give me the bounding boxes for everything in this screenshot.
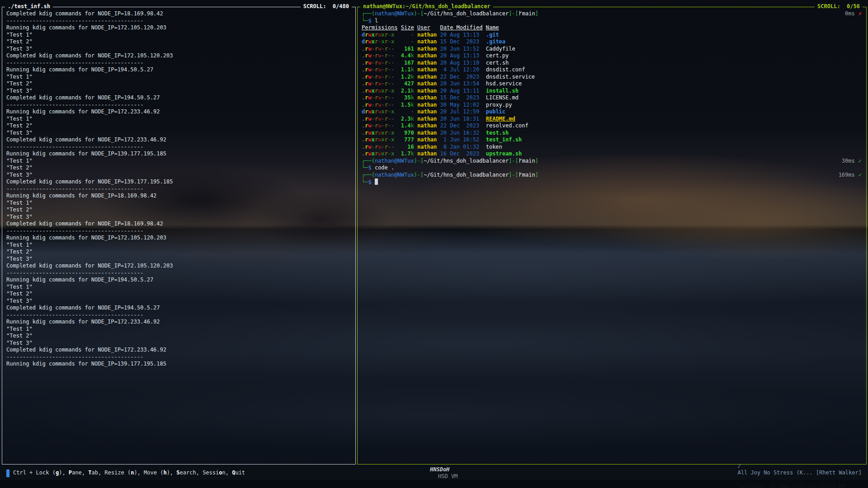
hint-text: ane, — [72, 469, 88, 476]
left-pane-output[interactable]: Completed kdig commands for NODE_IP=18.1… — [6, 10, 353, 462]
ls-file-row: .rwxrwxr-x 777 nathan 1 Jun 16:52 test_i… — [362, 136, 863, 144]
terminal-line: "Test 2" — [6, 122, 353, 130]
left-pane-scroll-indicator: SCROLL: 0/480 — [301, 3, 352, 10]
left-pane[interactable]: ./test_inf.sh SCROLL: 0/480 Completed kd… — [2, 7, 356, 465]
terminal-line: ----------------------------------------… — [6, 144, 353, 151]
file-name: upstream.sh — [486, 150, 522, 157]
terminal-line: "Test 1" — [6, 200, 353, 207]
keybinding-hints: Ctrl + Lock (g), Pane, Tab, Resize (n), … — [13, 469, 245, 477]
file-name: cert.py — [486, 52, 509, 59]
ls-file-row: .rwxrwxr-x 970 nathan 20 Jun 16:32 test.… — [362, 130, 863, 137]
terminal-line: ----------------------------------------… — [6, 18, 353, 25]
terminal-line: Running kdig commands for NODE_IP=194.50… — [6, 66, 353, 74]
terminal-line: Completed kdig commands for NODE_IP=18.1… — [6, 10, 353, 18]
terminal-line: "Test 1" — [6, 326, 353, 333]
terminal-line: ----------------------------------------… — [6, 228, 353, 235]
git-branch-icon — [519, 10, 522, 18]
terminal-line: "Test 1" — [6, 32, 353, 39]
terminal-line: Completed kdig commands for NODE_IP=172.… — [6, 263, 353, 270]
terminal-line: "Test 2" — [6, 38, 353, 46]
terminal-line: "Test 2" — [6, 206, 353, 214]
terminal-line: Running kdig commands for NODE_IP=172.10… — [6, 235, 353, 242]
terminal-line: Running kdig commands for NODE_IP=18.169… — [6, 192, 353, 200]
terminal-line: "Test 2" — [6, 164, 353, 172]
music-note-icon: ♪ — [737, 463, 741, 469]
terminal-line: Running kdig commands for NODE_IP=139.17… — [6, 150, 353, 158]
border-segment — [53, 7, 301, 7]
terminal-line: "Test 2" — [6, 249, 353, 256]
shell-command-line: └─$ l — [362, 18, 863, 25]
hint-text: Ctrl + Lock ( — [13, 469, 56, 476]
file-name: .git — [486, 32, 499, 38]
ls-file-row: .rw-rw-r-- 1.5k nathan 30 May 12:02 prox… — [362, 102, 863, 109]
status-bar: Ctrl + Lock (g), Pane, Tab, Resize (n), … — [0, 466, 868, 480]
file-name: Caddyfile — [486, 46, 515, 52]
terminal-line: "Test 1" — [6, 158, 353, 165]
ls-file-row: .rwxrwxr-x 1.7k nathan 16 Dec 2023 upstr… — [362, 150, 863, 158]
terminal-line: "Test 3" — [6, 214, 353, 221]
terminal-line: ----------------------------------------… — [6, 270, 353, 277]
left-pane-titlebar: ./test_inf.sh SCROLL: 0/480 — [2, 3, 356, 10]
file-name: hsd.service — [486, 80, 522, 87]
git-branch-icon — [519, 158, 522, 165]
terminal-cursor — [375, 178, 378, 185]
file-name: resolved.conf — [486, 122, 528, 129]
terminal-line: Completed kdig commands for NODE_IP=172.… — [6, 347, 353, 354]
terminal-line: Running kdig commands for NODE_IP=172.10… — [6, 24, 353, 32]
terminal-line: "Test 1" — [6, 74, 353, 81]
file-name: README.md — [486, 116, 515, 122]
file-name: test_inf.sh — [486, 136, 522, 143]
border-segment — [863, 7, 867, 7]
command-timing: 30ms✓ — [842, 158, 862, 165]
hint-text: earch, Sessi — [180, 469, 219, 476]
border-segment — [352, 7, 356, 7]
terminal-line: Completed kdig commands for NODE_IP=194.… — [6, 305, 353, 312]
ls-file-row: drwxrwxr-x - nathan 20 Jul 12:59 public — [362, 108, 863, 116]
ls-file-row: .rw-rw-r-- 2.3k nathan 20 Jun 18:31 READ… — [362, 116, 863, 123]
file-name: dnsdist.conf — [486, 66, 525, 73]
command-timing: 0ms✗ — [845, 10, 862, 18]
hint-text: ), Move ( — [134, 469, 163, 476]
hint-key: o — [219, 469, 222, 476]
ls-file-row: .rw-rw-r-- 35k nathan 15 Dec 2023 LICENS… — [362, 94, 863, 102]
ls-file-row: .rw-rw-r-- 4.4k nathan 20 Aug 13:13 cert… — [362, 52, 863, 60]
file-name: cert.sh — [486, 60, 509, 66]
shell-command-line: └─$ — [362, 178, 863, 186]
terminal-line: "Test 3" — [6, 172, 353, 179]
terminal-line: "Test 3" — [6, 46, 353, 53]
ls-file-row: .rw-rw-r-- 167 nathan 20 Aug 13:10 cert.… — [362, 60, 863, 67]
ls-file-row: .rw-rw-r-- 1.1k nathan 4 Jul 12:20 dnsdi… — [362, 66, 863, 74]
command-timing: 169ms✓ — [839, 172, 862, 179]
terminal-line: "Test 3" — [6, 256, 353, 263]
host-label: HSD VM — [438, 473, 458, 479]
ls-file-row: .rwxrwxr-x 2.1k nathan 20 Aug 13:11 inst… — [362, 88, 863, 95]
terminal-line: Completed kdig commands for NODE_IP=139.… — [6, 178, 353, 186]
right-pane-shell[interactable]: ┌──(nathan@NWTux)-[~/Git/hns_doh_loadbal… — [362, 10, 863, 462]
file-name: dnsdist.service — [486, 74, 535, 80]
terminal-line: ----------------------------------------… — [6, 312, 353, 319]
mode-indicator-stripe — [6, 469, 9, 477]
hint-text: n, — [222, 469, 232, 476]
terminal-line: "Test 3" — [6, 298, 353, 305]
left-pane-title: ./test_inf.sh — [5, 3, 53, 10]
file-name: .gitea — [486, 38, 505, 45]
terminal-line: "Test 1" — [6, 242, 353, 249]
git-branch-icon — [519, 172, 522, 179]
terminal-line: Running kdig commands for NODE_IP=139.17… — [6, 361, 353, 368]
right-pane[interactable]: nathan@NWTux:~/Git/hns_doh_loadbalancer … — [357, 7, 867, 465]
ls-file-row: .rw-rw-r-- 16 nathan 8 Jan 01:32 token — [362, 144, 863, 151]
right-pane-title: nathan@NWTux:~/Git/hns_doh_loadbalancer — [360, 3, 493, 10]
hint-text: ), — [59, 469, 69, 476]
file-name: install.sh — [486, 88, 519, 94]
border-segment — [493, 7, 815, 7]
session-name: HNSDoH — [430, 466, 449, 473]
file-name: public — [486, 108, 505, 115]
border-segment — [357, 7, 360, 7]
ls-file-row: drwxrwxr-x - nathan 20 Aug 13:13 .git — [362, 32, 863, 39]
terminal-line: "Test 1" — [6, 284, 353, 291]
ls-file-row: .rw-rw-r-- 1.4k nathan 22 Dec 2023 resol… — [362, 122, 863, 130]
now-playing-text: All Joy No Stress (K... [Rhett Walker] — [737, 469, 862, 476]
border-segment — [2, 7, 5, 7]
terminal-line: "Test 2" — [6, 333, 353, 340]
terminal-line: Running kdig commands for NODE_IP=194.50… — [6, 277, 353, 284]
